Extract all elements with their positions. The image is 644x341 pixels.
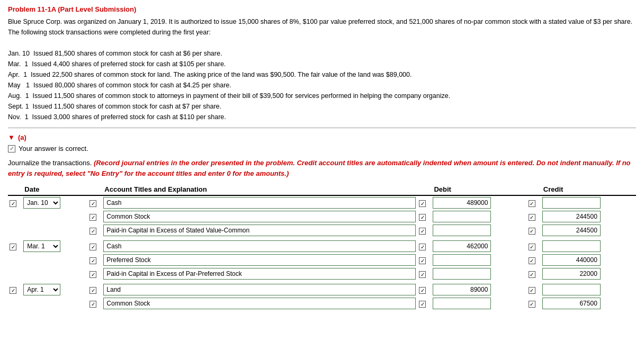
th-date: Date — [22, 184, 88, 195]
credit-cell — [541, 253, 636, 267]
table-row: ✓ ✓ ✓ — [8, 210, 636, 223]
collapse-arrow[interactable]: ▼ — [8, 133, 15, 141]
row-check4: ✓ — [527, 267, 541, 281]
credit-cell — [541, 195, 636, 210]
credit-input-jan10-paidincap[interactable] — [542, 225, 601, 236]
trans-sept1: Sept. 1 Issued 11,500 shares of common s… — [8, 103, 221, 110]
instruction-normal: Journalize the transactions. — [8, 159, 92, 167]
row-check3: ✓ — [417, 283, 431, 297]
part-header: ▼ (a) — [8, 133, 636, 141]
credit-input-apr1-common[interactable] — [542, 298, 601, 309]
check-icon: ✓ — [529, 301, 535, 308]
row-check — [8, 297, 22, 310]
date-cell: Mar. 1 — [22, 239, 88, 253]
date-cell: Apr. 1 — [22, 283, 88, 297]
debit-input-jan10-common[interactable] — [433, 211, 491, 222]
row-check4: ✓ — [527, 239, 541, 253]
date-cell-empty — [22, 223, 88, 237]
check-icon: ✓ — [419, 301, 426, 308]
check-icon: ✓ — [529, 244, 535, 250]
credit-input-mar1-pref[interactable] — [542, 254, 601, 266]
debit-input-apr1-common[interactable] — [433, 298, 491, 309]
credit-input-jan10-common[interactable] — [542, 211, 601, 222]
credit-cell — [541, 267, 636, 281]
check-icon: ✓ — [529, 228, 535, 235]
correct-checkbox: ✓ — [8, 145, 15, 152]
problem-title: Problem 11-1A (Part Level Submission) — [8, 5, 636, 13]
check-icon: ✓ — [529, 287, 535, 294]
date-select-jan10[interactable]: Jan. 10 — [23, 197, 60, 209]
th-debit: Debit — [431, 184, 526, 195]
check-icon: ✓ — [419, 244, 426, 250]
account-cell — [102, 239, 417, 253]
check-icon: ✓ — [90, 228, 96, 235]
account-input-commonstock-jan10[interactable] — [103, 211, 416, 222]
row-check2: ✓ — [88, 283, 102, 297]
debit-input-apr1-land[interactable] — [433, 284, 491, 295]
trans-apr1: Apr. 1 Issued 22,500 shares of common st… — [8, 71, 412, 78]
row-check — [8, 210, 22, 223]
credit-input-mar1-cash[interactable] — [542, 240, 601, 252]
th-account: Account Titles and Explanation — [102, 184, 417, 195]
credit-input-mar1-paidincap[interactable] — [542, 268, 601, 280]
row-check2: ✓ — [88, 253, 102, 267]
date-input-group: Jan. 10 — [23, 197, 86, 209]
debit-input-mar1-paidincap[interactable] — [433, 268, 491, 280]
part-label: (a) — [18, 133, 26, 141]
th-check3 — [417, 184, 431, 195]
instruction-italic: (Record journal entries in the order pre… — [8, 159, 631, 177]
check-icon: ✓ — [419, 228, 426, 235]
debit-cell — [431, 253, 526, 267]
check-icon: ✓ — [529, 214, 535, 221]
debit-cell — [431, 283, 526, 297]
account-input-cash-jan10[interactable] — [103, 197, 416, 209]
debit-cell — [431, 223, 526, 237]
row-check: ✓ — [8, 239, 22, 253]
debit-input-jan10-paidincap[interactable] — [433, 225, 491, 236]
credit-input-apr1-land[interactable] — [542, 284, 601, 295]
instruction: Journalize the transactions. (Record jou… — [8, 158, 636, 178]
date-cell-empty — [22, 297, 88, 310]
date-select-mar1[interactable]: Mar. 1 — [23, 240, 60, 252]
account-input-paidincap-jan10[interactable] — [103, 225, 416, 236]
table-row: ✓ Jan. 10 ✓ ✓ — [8, 195, 636, 210]
debit-input-mar1-pref[interactable] — [433, 254, 491, 266]
table-row: ✓ Apr. 1 ✓ ✓ — [8, 283, 636, 297]
account-input-prefstock-mar1[interactable] — [103, 254, 416, 266]
credit-cell — [541, 210, 636, 223]
table-row: ✓ ✓ ✓ — [8, 297, 636, 310]
date-input-group: Mar. 1 — [23, 240, 86, 252]
account-input-commonstock-apr1[interactable] — [103, 298, 416, 309]
row-check2: ✓ — [88, 239, 102, 253]
date-cell-empty — [22, 253, 88, 267]
debit-cell — [431, 297, 526, 310]
check-icon: ✓ — [10, 287, 16, 294]
account-input-paidincap-mar1[interactable] — [103, 268, 416, 280]
account-input-cash-mar1[interactable] — [103, 240, 416, 252]
row-check3: ✓ — [417, 297, 431, 310]
check-icon: ✓ — [419, 200, 426, 207]
check-icon: ✓ — [10, 200, 16, 207]
row-check4: ✓ — [527, 223, 541, 237]
row-check3: ✓ — [417, 210, 431, 223]
table-row: ✓ ✓ ✓ — [8, 253, 636, 267]
account-input-land-apr1[interactable] — [103, 284, 416, 295]
check-icon: ✓ — [90, 214, 96, 221]
account-cell — [102, 253, 417, 267]
date-input-group: Apr. 1 — [23, 284, 86, 295]
row-check3: ✓ — [417, 253, 431, 267]
table-row: ✓ ✓ ✓ — [8, 223, 636, 237]
trans-aug1: Aug. 1 Issued 11,500 shares of common st… — [8, 92, 450, 100]
debit-input-mar1-cash[interactable] — [433, 240, 491, 252]
th-credit: Credit — [541, 184, 636, 195]
row-check4: ✓ — [527, 297, 541, 310]
row-check2: ✓ — [88, 195, 102, 210]
problem-text: Blue Spruce Corp. was organized on Janua… — [8, 16, 636, 122]
debit-input-jan10-cash[interactable] — [433, 197, 491, 209]
debit-cell — [431, 267, 526, 281]
check-icon: ✓ — [90, 200, 96, 207]
check-icon: ✓ — [529, 257, 535, 264]
date-select-apr1[interactable]: Apr. 1 — [23, 284, 60, 295]
table-header-row: Date Account Titles and Explanation Debi… — [8, 184, 636, 195]
credit-input-jan10-cash[interactable] — [542, 197, 601, 209]
